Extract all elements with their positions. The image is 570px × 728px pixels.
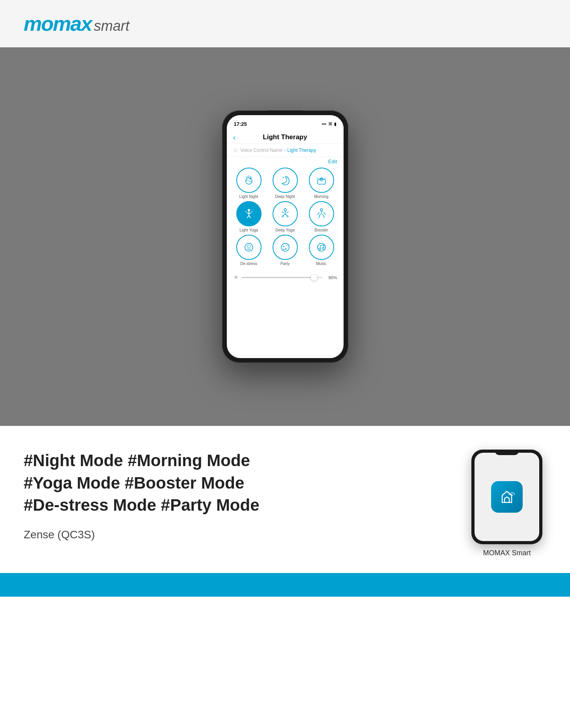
edit-button[interactable]: Edit	[328, 159, 337, 164]
right-phone-section: MOMAX Smart	[467, 450, 546, 557]
voice-control-label: Voice Control Name	[241, 147, 283, 153]
deep-yoga-icon	[273, 201, 298, 226]
status-icons: ▪▪▪ ⌘ ▮	[322, 121, 336, 127]
light-night-icon	[236, 168, 262, 193]
svg-point-2	[282, 177, 284, 178]
brightness-fill	[242, 277, 314, 278]
logo-momax: momax	[24, 12, 92, 35]
mode-morning[interactable]: Morning	[303, 168, 340, 199]
breadcrumb: Voice Control Name › Light Therapy	[241, 147, 316, 153]
phone-screen: 17:25 ▪▪▪ ⌘ ▮ ‹ Light Therapy ☆	[227, 115, 344, 358]
app-title: Light Therapy	[263, 133, 307, 141]
small-phone-notch	[495, 450, 519, 455]
brightness-slider[interactable]	[242, 277, 322, 278]
logo-smart: smart	[94, 18, 129, 34]
voice-control-row: ☆ Voice Control Name › Light Therapy	[227, 144, 344, 157]
music-icon	[309, 235, 334, 260]
svg-point-15	[283, 246, 284, 247]
svg-point-20	[322, 248, 324, 250]
breadcrumb-arrow: ›	[284, 147, 286, 153]
app-header: ‹ Light Therapy	[227, 129, 344, 144]
mode-deep-yoga[interactable]: Deep Yoga	[267, 201, 303, 232]
phone-mockup: 17:25 ▪▪▪ ⌘ ▮ ‹ Light Therapy ☆	[222, 110, 348, 363]
mode-deep-night[interactable]: Deep Night	[267, 168, 303, 199]
light-yoga-label: Light Yoga	[239, 228, 258, 232]
logo-container: momax smart	[24, 12, 129, 35]
deep-yoga-label: Deep Yoga	[275, 228, 295, 232]
product-name: Zense (QC3S)	[24, 528, 467, 541]
brightness-thumb	[311, 274, 317, 281]
small-phone-mockup	[471, 450, 542, 544]
svg-point-19	[318, 248, 320, 250]
mode-music[interactable]: Music	[303, 235, 340, 266]
destress-icon	[236, 235, 262, 260]
footer-bar	[0, 573, 570, 597]
phone-time: 17:25	[234, 121, 247, 127]
light-night-label: Light Night	[239, 194, 258, 199]
svg-point-1	[250, 178, 251, 179]
party-icon	[273, 235, 298, 260]
battery-icon: ▮	[334, 121, 336, 127]
svg-rect-5	[318, 179, 325, 184]
icon-grid: Light Night Deep Night	[227, 166, 344, 267]
music-label: Music	[316, 261, 326, 266]
wifi-icon: ⌘	[328, 121, 333, 127]
mode-light-night[interactable]: Light Night	[231, 168, 267, 199]
gray-section: 17:25 ▪▪▪ ⌘ ▮ ‹ Light Therapy ☆	[0, 47, 570, 426]
svg-point-4	[288, 178, 289, 179]
header-section: momax smart	[0, 0, 570, 47]
svg-point-16	[286, 245, 287, 246]
mode-destress[interactable]: De-stress	[231, 235, 267, 266]
signal-icon: ▪▪▪	[322, 121, 327, 126]
party-label: Party	[280, 261, 290, 266]
deep-night-icon	[273, 168, 298, 193]
deep-night-label: Deep Night	[275, 194, 295, 199]
booster-label: Booster	[314, 228, 328, 232]
svg-point-8	[284, 209, 286, 211]
brightness-row: ☀ 90%	[227, 269, 344, 286]
left-text: #Night Mode #Morning Mode #Yoga Mode #Bo…	[24, 450, 467, 541]
app-label: MOMAX Smart	[483, 549, 531, 557]
morning-label: Morning	[314, 194, 328, 199]
momax-app-icon	[491, 481, 523, 513]
brightness-icon: ☀	[233, 274, 239, 281]
small-phone-inner	[475, 453, 539, 541]
hashtag-line3: #De-stress Mode #Party Mode	[24, 496, 260, 514]
svg-point-3	[287, 177, 288, 177]
hashtag-line2: #Yoga Mode #Booster Mode	[24, 474, 244, 492]
white-section: #Night Mode #Morning Mode #Yoga Mode #Bo…	[0, 426, 570, 573]
svg-point-13	[247, 245, 250, 248]
mode-party[interactable]: Party	[267, 235, 303, 266]
light-yoga-icon	[236, 201, 262, 226]
mode-light-yoga[interactable]: Light Yoga	[231, 201, 267, 232]
app-content: ‹ Light Therapy ☆ Voice Control Name › L…	[227, 129, 344, 358]
destress-label: De-stress	[240, 261, 257, 266]
svg-point-11	[320, 209, 323, 211]
booster-icon	[309, 201, 334, 226]
star-icon: ☆	[233, 147, 238, 153]
svg-point-12	[245, 243, 253, 251]
svg-point-7	[248, 209, 250, 211]
breadcrumb-active: Light Therapy	[287, 147, 316, 153]
hashtag-text: #Night Mode #Morning Mode #Yoga Mode #Bo…	[24, 450, 467, 517]
hashtag-line1: #Night Mode #Morning Mode	[24, 451, 250, 470]
brightness-percent: 90%	[325, 275, 337, 280]
edit-row: Edit	[227, 157, 344, 166]
morning-icon	[309, 168, 334, 193]
back-button[interactable]: ‹	[233, 133, 236, 142]
status-bar: 17:25 ▪▪▪ ⌘ ▮	[227, 115, 344, 129]
mode-booster[interactable]: Booster	[303, 201, 340, 232]
